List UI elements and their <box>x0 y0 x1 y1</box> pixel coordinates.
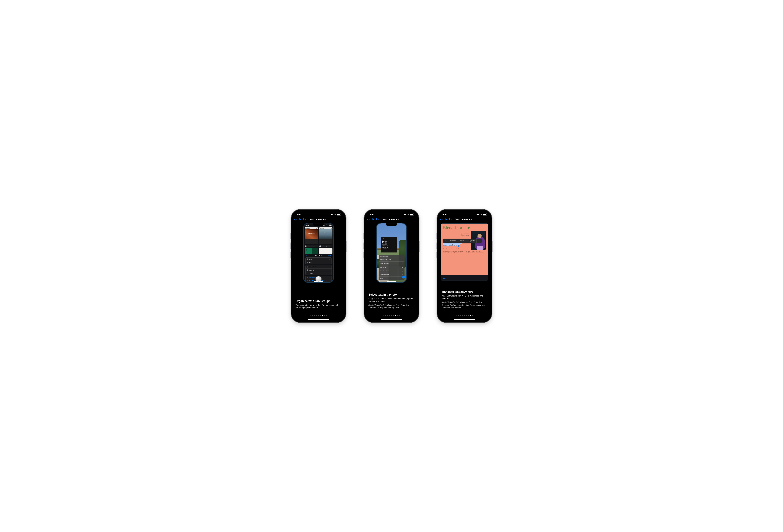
message-icon <box>402 263 403 264</box>
back-button[interactable]: Collections <box>294 218 308 221</box>
tab-overlay-text: Armin Heinemann <box>305 231 318 234</box>
feature-note: Available in English, Chinese, French, I… <box>369 304 414 309</box>
plus-icon <box>307 277 308 278</box>
group-row-tabs[interactable]: 4 Tabs <box>306 258 332 261</box>
copy-icon <box>307 266 308 268</box>
pdf-toolbar <box>441 275 488 281</box>
tab-card[interactable]: apartamento Armin Heinemann <box>305 227 318 244</box>
photo-sign: SW Shelley Willems Shelley Willems Real … <box>381 237 397 253</box>
copy-icon <box>307 269 308 271</box>
home-indicator[interactable] <box>381 319 402 320</box>
notch <box>453 211 476 215</box>
nav-bar: Collections iOS 15 Preview <box>293 218 344 222</box>
notch <box>380 211 403 215</box>
svg-marker-13 <box>445 240 446 241</box>
tab-card[interactable]: Openhouse ICELAND A Caravan, 2 sisters a… <box>319 227 333 244</box>
callout-highlight[interactable]: Highlight <box>467 239 476 243</box>
feature-note: Available in English, Chinese, French, I… <box>441 301 488 309</box>
page-dots[interactable] <box>293 315 344 316</box>
group-row-private[interactable]: Private <box>306 261 332 264</box>
menu-message[interactable]: Send Message <box>379 262 405 265</box>
nav-bar: Collections iOS 15 Preview <box>366 218 417 222</box>
callout-prev[interactable] <box>443 239 448 243</box>
sheet-done[interactable]: Done <box>328 255 332 256</box>
tab-overlay-text: ICELAND A Caravan, 2 sisters and Me <box>319 231 333 233</box>
menu-header-number: (415) 555-3046 <box>379 255 405 258</box>
tab-site-label: Openhouse <box>320 228 324 229</box>
signal-icon <box>404 213 406 215</box>
mini-status-time: 09:41 <box>306 225 309 226</box>
group-row[interactable]: Recipes <box>306 268 332 272</box>
callout-share[interactable]: Share… <box>458 239 467 243</box>
demo-tab-groups: 09:41 apartamento Armin Hein <box>304 224 334 282</box>
tab-thumbnail[interactable] <box>305 248 318 254</box>
page-title: iOS 15 Preview <box>309 218 326 221</box>
share-button[interactable] <box>443 276 445 279</box>
checkmark-icon <box>329 258 330 260</box>
page-title: iOS 15 Preview <box>382 218 399 221</box>
svg-marker-14 <box>479 240 480 241</box>
signal-icon <box>476 213 479 215</box>
phone-icon <box>402 259 403 261</box>
page-dots[interactable] <box>439 315 490 316</box>
plus-icon <box>307 280 308 281</box>
callout-next[interactable] <box>476 239 482 243</box>
menu-facetime-audio[interactable]: FaceTime Audio <box>379 269 405 273</box>
back-button[interactable]: Collections <box>440 218 453 221</box>
status-time: 10:07 <box>296 213 302 215</box>
phone-3: 10:07 Collections iOS 15 Preview <box>437 210 492 322</box>
nav-bar: Collections iOS 15 Preview <box>439 218 490 222</box>
feature-body: Copy and paste text, call a phone number… <box>369 297 414 303</box>
wifi-icon <box>325 225 327 226</box>
wifi-icon <box>334 213 336 215</box>
wifi-icon <box>480 213 482 215</box>
page-dots[interactable] <box>366 315 417 316</box>
tab-site-label: apartamento <box>305 228 310 229</box>
callout-translate[interactable]: Translate <box>448 239 458 243</box>
feature-title: Translate text anywhere <box>441 290 488 294</box>
mini-home-indicator <box>387 281 396 281</box>
page-title: iOS 15 Preview <box>456 218 472 221</box>
selection-handle[interactable] <box>458 245 459 246</box>
home-indicator[interactable] <box>454 319 475 320</box>
menu-facetime[interactable]: FaceTime <box>379 265 405 269</box>
status-time: 10:07 <box>442 213 448 215</box>
assistive-touch-cursor <box>316 276 321 281</box>
group-row[interactable]: Travel <box>306 272 332 275</box>
tab-label: ICELAND — Openhous… <box>319 245 333 247</box>
menu-add-contact[interactable]: Add to Contacts <box>379 273 405 276</box>
menu-copy[interactable]: Copy <box>379 276 405 280</box>
article-meta: Elena en su estudio en Coyoacán, Ciudad … <box>461 233 470 237</box>
group-row[interactable]: Architecture <box>306 265 332 268</box>
wifi-icon <box>407 213 409 215</box>
svg-point-10 <box>402 274 403 275</box>
phone-icon <box>402 270 403 272</box>
sheet-title: Tab Groups <box>315 255 321 256</box>
status-time: 10:07 <box>369 213 375 215</box>
battery-icon <box>410 213 414 215</box>
menu-call[interactable]: Call (415) 555 3046 <box>379 258 405 262</box>
back-button[interactable]: Collections <box>367 218 380 221</box>
signal-icon <box>331 213 333 215</box>
feature-body: You can switch between Tab Groups to see… <box>295 304 342 309</box>
feature-title: Organise with Tab Groups <box>295 299 342 303</box>
home-indicator[interactable] <box>308 319 329 320</box>
live-text-menu: (415) 555-3046 Call (415) 555 3046 Send … <box>379 255 405 280</box>
phone-1: 10:07 Collections iOS 15 <box>291 210 346 322</box>
demo-translate: Elena Llorente Elena en su estudio en Co… <box>441 224 488 281</box>
article-heading: Elena Llorente <box>443 225 486 230</box>
detected-phone-number[interactable]: (415) 555-3046 <box>382 247 396 248</box>
sheet-edit[interactable]: Edit <box>306 255 308 256</box>
copy-icon <box>307 273 308 274</box>
battery-icon <box>337 213 341 215</box>
phone-2: 10:07 Collections iOS 15 Preview <box>365 210 418 322</box>
battery-icon <box>329 225 332 226</box>
video-icon <box>402 266 403 268</box>
feature-title: Select text in a photo <box>369 293 414 296</box>
back-label: Collections <box>296 218 308 221</box>
tab-label: Interview Armin Heine… <box>305 245 318 247</box>
tab-thumbnail[interactable]: Another Escape <box>319 248 333 254</box>
add-contact-icon <box>402 274 403 275</box>
live-text-button[interactable] <box>402 276 405 278</box>
demo-live-text: SW Shelley Willems Shelley Willems Real … <box>377 224 406 282</box>
